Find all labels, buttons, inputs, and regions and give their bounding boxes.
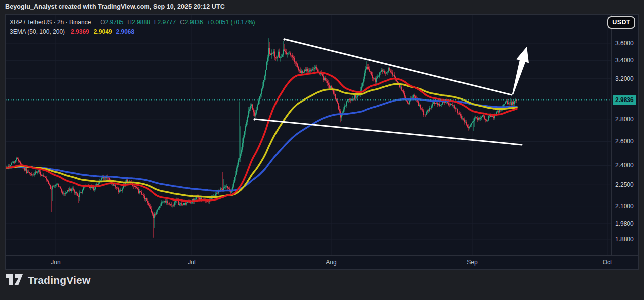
ema-value: 2.9068: [116, 28, 134, 35]
ohlc-readout: O2.9785H2.9888L2.9777C2.9836: [96, 19, 203, 26]
price-tick-label: 2.1000: [615, 202, 634, 210]
trendline-lower: [255, 119, 522, 145]
price-tick-label: 3.4000: [615, 56, 634, 64]
ohlc-value: 2.9888: [132, 19, 150, 26]
tradingview-logo-icon: [6, 274, 23, 286]
tradingview-watermark: TradingView: [6, 274, 91, 286]
ohlc-key: H: [127, 19, 132, 26]
down-candle-bodies: [7, 48, 517, 218]
trendline-anchor-marker: [253, 118, 256, 121]
price-tick-label: 2.4000: [615, 161, 634, 169]
breakout-arrow: [512, 47, 529, 94]
quote-currency-badge: USDT: [607, 16, 635, 29]
symbol-row[interactable]: XRP / TetherUS · 2h · BinanceO2.9785H2.9…: [10, 18, 255, 27]
month-label: Aug: [326, 258, 336, 266]
ema-value: 2.9369: [71, 28, 89, 35]
ema-value: 2.9049: [94, 28, 112, 35]
time-axis[interactable]: JunJulAugSepOct: [6, 255, 638, 269]
price-tick-label: 1.9800: [615, 220, 634, 228]
trendline-anchor-marker: [283, 38, 286, 41]
price-tick-label: 2.6000: [615, 137, 634, 145]
price-tick-label: 2.2500: [615, 181, 634, 189]
month-label: Jun: [51, 258, 60, 266]
price-tick-label: 2.8000: [615, 115, 634, 123]
tradingview-snapshot: { "header": { "caption": "Beyoglu_Analys…: [0, 0, 644, 300]
attribution-caption: Beyoglu_Analyst created with TradingView…: [5, 3, 225, 10]
ema-readout: 2.93692.90492.9068: [67, 28, 134, 35]
chart-legend: XRP / TetherUS · 2h · BinanceO2.9785H2.9…: [10, 18, 255, 37]
price-tick-label: 3.2000: [615, 75, 634, 83]
last-price-badge: 2.9836: [613, 95, 636, 105]
up-candle-wicks: [6, 38, 516, 228]
ema-200-line: [6, 99, 517, 191]
chart-widget: XRP / TetherUS · 2h · BinanceO2.9785H2.9…: [5, 14, 639, 270]
ohlc-key: C: [180, 19, 185, 26]
ohlc-value: 2.9785: [105, 19, 124, 26]
month-label: Jul: [188, 258, 195, 266]
up-candle-bodies: [6, 48, 516, 218]
ohlc-key: O: [100, 19, 105, 26]
indicator-title: 3EMA (50, 100, 200): [10, 28, 65, 35]
price-tick-label: 1.8800: [615, 235, 634, 243]
month-label: Sep: [467, 258, 477, 266]
month-label: Oct: [603, 258, 612, 266]
ohlc-value: 2.9777: [157, 19, 176, 26]
ohlc-value: 2.9836: [185, 19, 203, 26]
price-axis[interactable]: 3.60003.40003.20002.80002.60002.40002.25…: [611, 15, 638, 255]
indicator-row[interactable]: 3EMA (50, 100, 200)2.93692.90492.9068: [10, 27, 255, 36]
symbol-title: XRP / TetherUS · 2h · Binance: [10, 19, 91, 26]
price-tick-label: 3.6000: [615, 39, 634, 47]
tradingview-wordmark: TradingView: [28, 274, 91, 286]
price-chart[interactable]: [6, 15, 611, 255]
trendline-upper: [285, 39, 512, 95]
change-readout: +0.0051 (+0.17%): [207, 19, 255, 26]
